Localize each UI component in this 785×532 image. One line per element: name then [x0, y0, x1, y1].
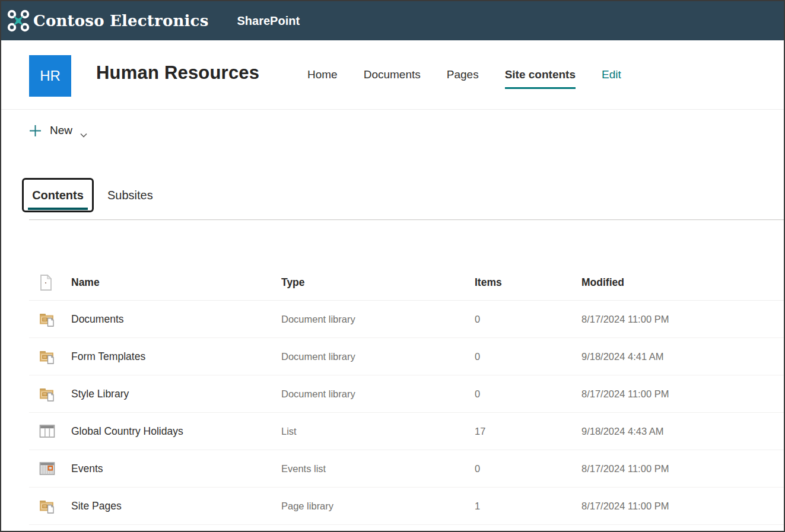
nav-item-site-contents[interactable]: Site contents	[505, 68, 576, 81]
item-modified: 8/17/2024 11:00 PM	[581, 388, 784, 400]
item-name-link[interactable]: Style Library	[71, 388, 281, 400]
events-icon	[39, 461, 55, 476]
plus-icon	[29, 125, 42, 137]
tab-contents-label: Contents	[32, 189, 84, 202]
item-type: Page library	[281, 501, 475, 512]
tab-contents[interactable]: Contents	[22, 178, 94, 212]
item-name-link[interactable]: Documents	[71, 313, 281, 326]
brand-name: Contoso Electronics	[33, 12, 209, 30]
drone-logo-icon	[7, 9, 30, 33]
nav-item-pages[interactable]: Pages	[447, 68, 479, 81]
tab-divider	[29, 219, 784, 220]
table-row[interactable]: Form Templates Document library 0 9/18/2…	[29, 338, 784, 375]
nav-item-home[interactable]: Home	[307, 68, 338, 81]
column-header-name[interactable]: Name	[71, 276, 281, 289]
item-count: 0	[475, 463, 581, 474]
contents-table: Name Type Items Modified Documents Docum…	[29, 265, 784, 525]
table-row[interactable]: Style Library Document library 0 8/17/20…	[29, 375, 784, 413]
tab-subsites[interactable]: Subsites	[107, 178, 153, 212]
site-title: Human Resources	[96, 62, 259, 84]
document-library-icon	[39, 349, 55, 365]
chevron-down-icon	[80, 129, 87, 134]
list-icon	[39, 424, 55, 438]
document-library-icon	[39, 311, 55, 327]
item-modified: 8/17/2024 11:00 PM	[581, 463, 784, 474]
item-type: Document library	[281, 314, 475, 325]
page-library-icon	[39, 498, 55, 514]
table-row[interactable]: Events Events list 0 8/17/2024 11:00 PM	[29, 450, 784, 488]
item-modified: 8/17/2024 11:00 PM	[581, 501, 784, 512]
nav-item-edit[interactable]: Edit	[602, 68, 621, 81]
item-count: 17	[475, 426, 581, 437]
new-button[interactable]: New	[29, 120, 87, 141]
table-row[interactable]: Site Pages Page library 1 8/17/2024 11:0…	[29, 488, 784, 525]
item-modified: 9/18/2024 4:43 AM	[581, 426, 784, 437]
column-header-items[interactable]: Items	[475, 276, 581, 289]
column-header-modified[interactable]: Modified	[581, 276, 784, 289]
table-row[interactable]: Documents Document library 0 8/17/2024 1…	[29, 301, 784, 338]
document-library-icon	[39, 386, 55, 402]
site-header: HR Human Resources Home Documents Pages …	[1, 40, 784, 110]
item-name-link[interactable]: Form Templates	[71, 351, 281, 363]
page-icon	[39, 274, 53, 291]
site-logo-tile[interactable]: HR	[29, 55, 71, 97]
item-modified: 9/18/2024 4:41 AM	[581, 351, 784, 362]
item-name-link[interactable]: Site Pages	[71, 500, 281, 512]
sharepoint-site-contents-page: Contoso Electronics SharePoint HR Human …	[0, 0, 785, 532]
nav-item-documents[interactable]: Documents	[364, 68, 421, 81]
item-count: 1	[475, 501, 581, 512]
product-name-link[interactable]: SharePoint	[237, 14, 300, 28]
site-nav: Home Documents Pages Site contents Edit	[307, 40, 621, 109]
item-modified: 8/17/2024 11:00 PM	[581, 314, 784, 325]
item-count: 0	[475, 314, 581, 325]
item-type: List	[281, 426, 475, 437]
new-button-label: New	[50, 124, 72, 137]
item-type: Document library	[281, 351, 475, 362]
suite-bar: Contoso Electronics SharePoint	[1, 1, 784, 40]
table-row[interactable]: Global Country Holidays List 17 9/18/202…	[29, 413, 784, 450]
tab-subsites-label: Subsites	[107, 189, 153, 202]
column-header-type[interactable]: Type	[281, 276, 475, 289]
item-name-link[interactable]: Global Country Holidays	[71, 425, 281, 438]
item-name-link[interactable]: Events	[71, 463, 281, 475]
item-count: 0	[475, 388, 581, 400]
table-header-row: Name Type Items Modified	[29, 265, 784, 301]
item-type: Document library	[281, 388, 475, 400]
item-count: 0	[475, 351, 581, 362]
table-body: Documents Document library 0 8/17/2024 1…	[29, 301, 784, 525]
tab-active-indicator	[28, 208, 88, 210]
item-type: Events list	[281, 463, 475, 474]
